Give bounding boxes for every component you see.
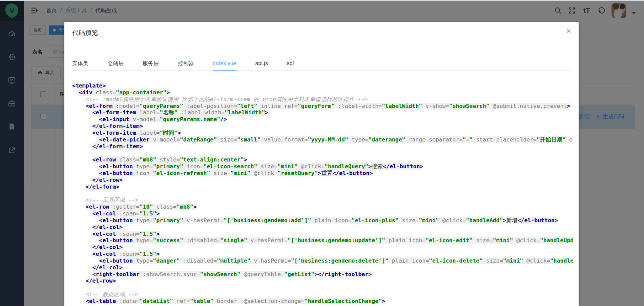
tab-index-vue[interactable]: index.vue	[213, 57, 236, 71]
code-line: <el-col :span="1.5">	[72, 251, 573, 257]
code-line: <el-button type="primary" icon="el-icon-…	[72, 163, 573, 170]
code-preview-modal: 代码预览 × 实体类 仓储层 服务层 控制器 index.vue api.js …	[64, 22, 579, 306]
code-line: <el-button type="primary" v-hasPermi="['…	[72, 217, 573, 224]
code-line	[72, 150, 573, 156]
code-line: <template>	[72, 82, 573, 89]
code-line: <el-date-picker v-model="dateRange" size…	[72, 136, 573, 143]
code-line: <!-- :model属性用于表单验证使用 比如下面的el-form-item …	[72, 96, 573, 103]
code-line: </el-col>	[72, 224, 573, 231]
code-line: <el-button type="danger" :disabled="mult…	[72, 257, 573, 264]
code-line: </el-form-item>	[72, 143, 573, 150]
screen: V 首页 / 系统工具 / 代码生成	[0, 0, 644, 306]
code-line: <!-- 数据区域 -->	[72, 291, 573, 298]
code-line: <el-col :span="1.5">	[72, 231, 573, 237]
code-line: <div class="app-container">	[72, 89, 573, 96]
tab-repository[interactable]: 仓储层	[107, 57, 124, 71]
modal-title: 代码预览	[72, 28, 98, 37]
code-line: <el-input v-model="queryParams.name"/>	[72, 116, 573, 123]
code-line: <el-row class="mb8" style="text-align:ce…	[72, 156, 573, 163]
tab-service[interactable]: 服务层	[143, 57, 159, 71]
tab-controller[interactable]: 控制器	[178, 57, 194, 71]
tab-sql[interactable]: sql	[287, 57, 294, 71]
code-line: <el-row :gutter="10" class="mb8">	[72, 204, 573, 210]
code-line: <el-form :model="queryParams" label-posi…	[72, 103, 573, 110]
code-line	[72, 284, 573, 291]
tab-api-js[interactable]: api.js	[255, 57, 268, 71]
modal-tabs: 实体类 仓储层 服务层 控制器 index.vue api.js sql	[72, 57, 572, 71]
close-icon[interactable]: ×	[566, 26, 571, 35]
code-line: </el-col>	[72, 264, 573, 271]
code-line: <el-button type="success" :disabled="sin…	[72, 237, 573, 244]
window-top-edge	[0, 0, 644, 1]
code-line: <el-form-item label="时间">	[72, 130, 573, 136]
code-line: <!-- 工具区域 -->	[72, 197, 573, 204]
code-line: </el-row>	[72, 177, 573, 184]
code-line: </el-form-item>	[72, 123, 573, 130]
code-line: </el-row>	[72, 278, 573, 284]
code-line: <el-col :span="1.5">	[72, 210, 573, 217]
code-line: <right-toolbar :showSearch.sync="showSea…	[72, 271, 573, 278]
code-line	[72, 190, 573, 197]
code-viewer: <template> <div class="app-container"> <…	[72, 82, 573, 306]
tab-entity[interactable]: 实体类	[72, 57, 88, 71]
code-line: <el-table :data="dataList" ref="table" b…	[72, 298, 573, 305]
code-line: <el-form-item label="名称" :label-width="l…	[72, 109, 573, 116]
code-line: <el-button icon="el-icon-refresh" size="…	[72, 170, 573, 177]
code-line: </el-col>	[72, 244, 573, 251]
code-line: </el-form>	[72, 184, 573, 190]
